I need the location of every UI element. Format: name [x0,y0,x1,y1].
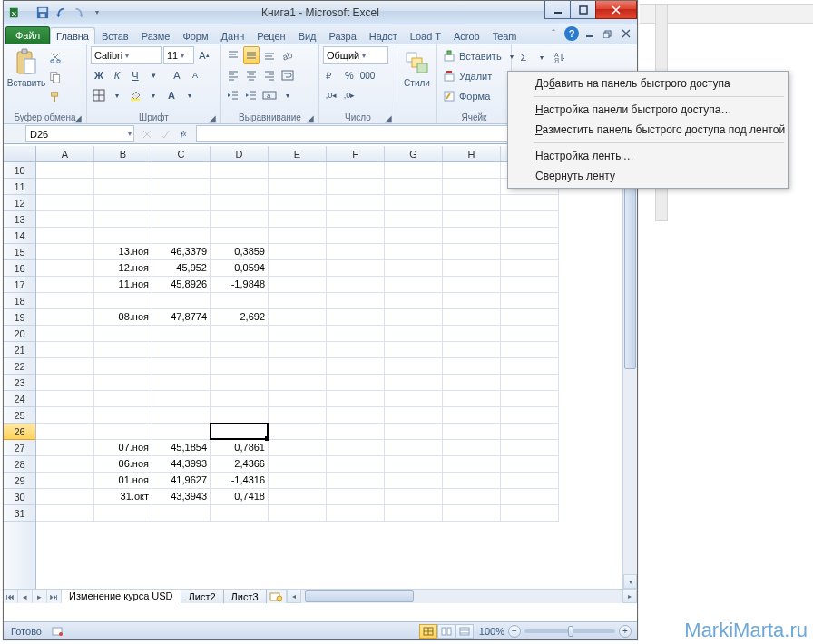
cell[interactable] [501,391,559,407]
cell[interactable] [36,358,94,375]
column-header[interactable]: B [94,146,152,161]
row-header[interactable]: 12 [4,195,35,211]
cell[interactable] [211,326,269,342]
cell[interactable] [385,375,443,391]
cell[interactable] [36,473,94,489]
percent-format-icon[interactable]: % [341,66,358,84]
cell[interactable] [327,440,385,456]
cell[interactable] [36,260,94,277]
context-menu-item[interactable]: Добавить на панель быстрого доступа [510,73,786,93]
row-header[interactable]: 16 [4,260,35,277]
cell[interactable] [36,407,94,424]
cell[interactable] [269,391,327,407]
cell[interactable] [211,162,269,179]
cell[interactable] [211,195,269,211]
cell[interactable] [385,342,443,358]
cell[interactable] [36,228,94,244]
cell[interactable]: 0,0594 [211,260,269,277]
sheet-nav-next[interactable]: ▸ [33,590,47,604]
cell[interactable] [94,211,152,228]
align-bottom-icon[interactable] [261,46,278,64]
cell[interactable] [443,473,501,489]
context-menu-item[interactable]: Разместить панель быстрого доступа под л… [510,120,786,140]
cell[interactable]: 0,3859 [211,244,269,260]
cell[interactable] [152,505,211,522]
horizontal-scroll-thumb[interactable] [305,590,414,602]
column-header[interactable]: H [443,146,501,161]
dialog-launcher-icon[interactable]: ◢ [73,113,83,122]
column-header[interactable]: C [152,146,211,161]
cell[interactable] [443,424,501,440]
cell[interactable] [94,358,152,375]
vertical-scroll-thumb[interactable] [624,188,636,369]
increase-decimal-icon[interactable]: ,0◂ [323,86,339,104]
zoom-slider[interactable] [524,629,615,633]
cell[interactable] [94,375,152,391]
cell[interactable] [327,456,385,473]
decrease-decimal-icon[interactable]: ,0▸ [341,86,358,104]
row-header[interactable]: 24 [4,391,35,407]
cell[interactable] [36,179,94,195]
cell[interactable] [443,211,501,228]
cell[interactable] [94,228,152,244]
cell[interactable]: 01.ноя [94,473,152,489]
sheet-tab[interactable]: Лист2 [181,590,224,604]
align-left-icon[interactable] [225,66,241,84]
cell[interactable] [94,179,152,195]
cell[interactable] [152,228,211,244]
cell[interactable] [327,277,385,293]
increase-indent-icon[interactable] [243,86,260,104]
cell[interactable] [501,473,559,489]
cell[interactable] [385,489,443,505]
scroll-right-button[interactable]: ▸ [622,590,637,603]
cell[interactable] [501,260,559,277]
cell[interactable]: 0,7418 [211,489,269,505]
cell[interactable] [385,162,443,179]
sort-filter-icon[interactable]: AЯ [552,48,568,66]
cell[interactable] [211,505,269,522]
cell[interactable] [211,228,269,244]
cell[interactable] [501,505,559,522]
cell[interactable] [443,244,501,260]
cell[interactable] [36,424,94,440]
row-header[interactable]: 22 [4,358,35,375]
cell[interactable] [443,228,501,244]
row-header[interactable]: 31 [4,505,35,522]
cell[interactable] [443,489,501,505]
cell[interactable] [443,456,501,473]
context-menu-item[interactable]: Настройка панели быстрого доступа… [510,100,786,120]
autosum-icon[interactable]: Σ [515,48,532,66]
cell[interactable] [443,358,501,375]
row-header[interactable]: 27 [4,440,35,456]
cell[interactable] [269,375,327,391]
zoom-in-button[interactable]: + [619,625,632,638]
row-header[interactable]: 14 [4,228,35,244]
cell[interactable]: 06.ноя [94,456,152,473]
cell[interactable] [152,391,211,407]
cell[interactable] [501,326,559,342]
ribbon-tab[interactable]: Данн [215,27,251,44]
cell[interactable] [501,424,559,440]
align-middle-icon[interactable] [243,46,260,64]
cell[interactable] [36,342,94,358]
row-header[interactable]: 29 [4,473,35,489]
cell[interactable] [385,326,443,342]
cell[interactable]: 31.окт [94,489,152,505]
cell[interactable] [269,244,327,260]
paste-button[interactable]: Вставить [7,46,45,89]
cell[interactable] [327,391,385,407]
accounting-format-icon[interactable]: ₽ [323,66,339,84]
file-tab[interactable]: Файл [5,26,50,44]
dialog-launcher-icon[interactable]: ◢ [384,113,393,122]
row-header[interactable]: 23 [4,375,35,391]
context-menu-item[interactable]: Настройка ленты… [510,146,786,166]
font-color-icon[interactable]: A [163,86,180,104]
cell[interactable] [269,342,327,358]
cell[interactable] [269,473,327,489]
cell[interactable] [94,162,152,179]
cell[interactable] [269,440,327,456]
help-icon[interactable]: ? [564,26,579,41]
cell[interactable] [501,309,559,326]
cell[interactable]: -1,9848 [211,277,269,293]
cell[interactable] [327,211,385,228]
